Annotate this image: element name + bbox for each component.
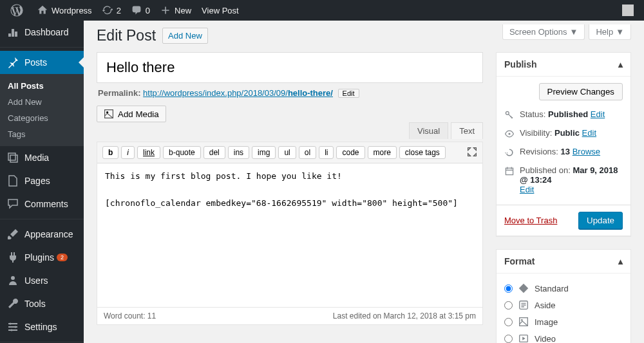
editor-mode-tabs: Visual Text (406, 122, 483, 139)
editor-tab-visual[interactable]: Visual (409, 122, 448, 139)
sidebar-subitem-all-posts[interactable]: All Posts (0, 78, 84, 94)
wrench-icon (6, 297, 19, 310)
new-label: New (175, 6, 191, 15)
qt-del[interactable]: del (204, 146, 225, 159)
edit-date-link[interactable]: Edit (520, 185, 534, 194)
updates-link[interactable]: 2 (97, 0, 126, 21)
format-option-aside[interactable]: Aside (504, 297, 623, 313)
last-edited: Last edited on March 12, 2018 at 3:15 pm (333, 311, 476, 320)
format-option-video[interactable]: Video (504, 330, 623, 343)
permalink-base: http://wordpress/index.php/2018/03/09/ (143, 88, 288, 98)
comments-count: 0 (146, 6, 150, 15)
qt-bquote[interactable]: b-quote (163, 146, 201, 159)
sidebar-subitem-categories[interactable]: Categories (0, 110, 84, 126)
qt-close-tags[interactable]: close tags (399, 146, 446, 159)
comments-link[interactable]: 0 (126, 0, 155, 21)
format-radio[interactable] (504, 318, 513, 326)
move-to-trash-link[interactable]: Move to Trash (504, 216, 557, 225)
sidebar-item-tools[interactable]: Tools (0, 292, 84, 315)
eye-icon (504, 129, 515, 139)
format-radio[interactable] (504, 335, 513, 343)
sidebar-item-settings[interactable]: Settings (0, 315, 84, 338)
screen-options-tab[interactable]: Screen Options ▼ (502, 24, 585, 40)
sidebar-label: Appearance (24, 229, 73, 239)
help-tab[interactable]: Help ▼ (589, 24, 631, 40)
permalink-link[interactable]: http://wordpress/index.php/2018/03/09/he… (143, 88, 333, 98)
format-option-standard[interactable]: Standard (504, 280, 623, 297)
sidebar-item-plugins[interactable]: Plugins2 (0, 246, 84, 269)
edit-visibility-link[interactable]: Edit (582, 128, 596, 138)
qt-img[interactable]: img (252, 146, 276, 159)
sidebar-subitem-add-new[interactable]: Add New (0, 94, 84, 110)
visibility-row: Visibility: Public Edit (504, 124, 623, 143)
sidebar-subitem-tags[interactable]: Tags (0, 126, 84, 142)
browse-revisions-link[interactable]: Browse (573, 147, 600, 156)
site-name-link[interactable]: Wordpress (32, 0, 97, 21)
fullscreen-toggle[interactable] (467, 147, 477, 159)
sidebar-item-users[interactable]: Users (0, 269, 84, 292)
page-icon (6, 174, 19, 187)
sidebar-label: Users (24, 275, 48, 286)
post-content-textarea[interactable] (97, 163, 482, 305)
chevron-down-icon: ▼ (616, 27, 624, 37)
sidebar-item-pages[interactable]: Pages (0, 169, 84, 192)
sidebar-item-posts[interactable]: Posts (0, 51, 84, 74)
svg-point-2 (15, 326, 17, 328)
add-media-button[interactable]: Add Media (97, 106, 166, 122)
svg-point-3 (11, 329, 13, 331)
qt-more[interactable]: more (368, 146, 397, 159)
contextual-tabs: Screen Options ▼ Help ▼ (502, 24, 631, 40)
sidebar-item-media[interactable]: Media (0, 146, 84, 169)
editor-tab-text[interactable]: Text (451, 122, 483, 139)
format-video-icon (518, 333, 529, 343)
view-post-label: View Post (202, 6, 239, 15)
sidebar-label: Pages (24, 176, 50, 186)
revisions-icon (504, 147, 515, 158)
new-content-link[interactable]: New (155, 0, 196, 21)
preview-changes-button[interactable]: Preview Changes (539, 83, 623, 100)
format-box: Format▴ StandardAsideImageVideoQuoteLink… (496, 249, 631, 343)
user-icon (6, 274, 19, 287)
qt-italic[interactable]: i (121, 146, 135, 159)
qt-ul[interactable]: ul (278, 146, 296, 159)
admin-sidebar: Dashboard Posts All Posts Add New Catego… (0, 21, 84, 343)
publish-box-header[interactable]: Publish▴ (497, 53, 630, 77)
publish-actions: Move to Trash Update (497, 205, 630, 236)
add-new-button[interactable]: Add New (162, 28, 208, 44)
chevron-down-icon: ▼ (570, 27, 578, 37)
qt-li[interactable]: li (319, 146, 334, 159)
wordpress-icon (10, 4, 23, 17)
wp-logo[interactable] (5, 0, 32, 21)
home-icon (37, 5, 48, 15)
view-post-link[interactable]: View Post (196, 0, 244, 21)
qt-ins[interactable]: ins (228, 146, 249, 159)
format-label: Image (535, 317, 558, 327)
post-title-input[interactable] (97, 52, 483, 83)
quicktags-toolbar: b i link b-quote del ins img ul ol li co… (97, 142, 482, 163)
format-box-header[interactable]: Format▴ (497, 250, 630, 273)
edit-status-link[interactable]: Edit (591, 109, 605, 119)
sidebar-label: Posts (24, 57, 47, 68)
plug-icon (6, 251, 19, 264)
chevron-up-icon: ▴ (618, 256, 623, 266)
qt-bold[interactable]: b (102, 146, 118, 159)
user-account[interactable] (617, 0, 639, 21)
sidebar-item-appearance[interactable]: Appearance (0, 223, 84, 246)
fullscreen-icon (467, 147, 477, 157)
post-editor: b i link b-quote del ins img ul ol li co… (97, 142, 483, 325)
qt-link[interactable]: link (137, 146, 160, 159)
permalink-slug: hello-there/ (288, 88, 333, 98)
editor-footer: Word count: 11 Last edited on March 12, … (97, 307, 482, 324)
sidebar-submenu-posts: All Posts Add New Categories Tags (0, 74, 84, 146)
format-radio[interactable] (504, 284, 513, 293)
word-count: Word count: 11 (104, 311, 156, 320)
format-option-image[interactable]: Image (504, 313, 623, 330)
qt-ol[interactable]: ol (299, 146, 316, 159)
update-button[interactable]: Update (578, 212, 623, 229)
sidebar-item-dashboard[interactable]: Dashboard (0, 21, 84, 44)
format-image-icon (518, 316, 529, 328)
format-radio[interactable] (504, 301, 513, 310)
permalink-edit-button[interactable]: Edit (338, 89, 359, 98)
qt-code[interactable]: code (336, 146, 365, 159)
sidebar-item-comments[interactable]: Comments (0, 192, 84, 216)
